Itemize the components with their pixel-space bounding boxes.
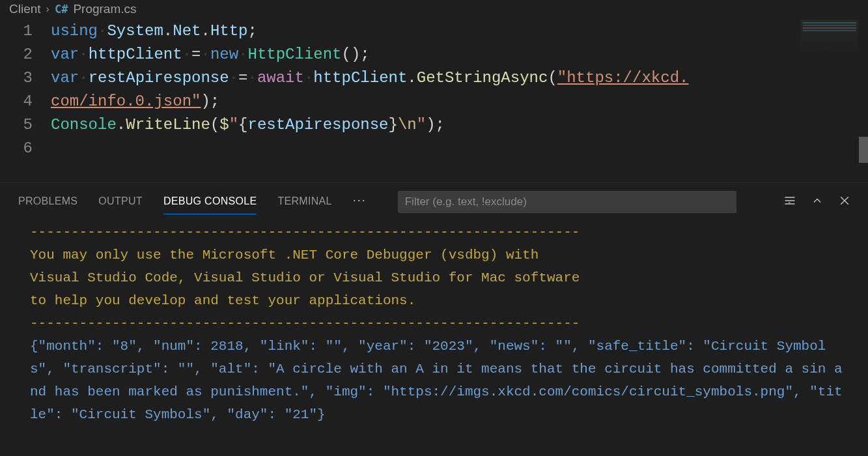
token-string: " xyxy=(417,116,426,134)
token-keyword: await xyxy=(257,69,304,87)
console-line: ----------------------------------------… xyxy=(30,225,580,240)
bottom-panel: PROBLEMS OUTPUT DEBUG CONSOLE TERMINAL ·… xyxy=(0,182,868,456)
line-number-gutter: 1 2 3 4 5 6 xyxy=(0,20,51,182)
line-number: 3 xyxy=(0,66,33,90)
token-escape: \n xyxy=(398,116,417,134)
editor-body[interactable]: 1 2 3 4 5 6 using·System.Net.Http; var·h… xyxy=(0,20,868,182)
token-variable: httpClient xyxy=(89,46,182,63)
panel-tabs: PROBLEMS OUTPUT DEBUG CONSOLE TERMINAL ·… xyxy=(0,183,868,216)
line-number: 5 xyxy=(0,113,33,137)
token-variable: restApiresponse xyxy=(89,69,229,87)
minimap[interactable] xyxy=(800,20,859,59)
token-string: "https://xkcd. xyxy=(557,69,689,87)
token-class: HttpClient xyxy=(248,46,342,63)
debug-console-output[interactable]: ----------------------------------------… xyxy=(0,216,868,456)
token-keyword: using xyxy=(51,22,98,40)
tab-output[interactable]: OUTPUT xyxy=(98,190,143,214)
token-method: GetStringAsync xyxy=(417,69,548,87)
token-variable: httpClient xyxy=(313,69,407,87)
console-line: ----------------------------------------… xyxy=(30,316,580,331)
token-namespace: System xyxy=(107,22,163,40)
close-icon[interactable] xyxy=(838,194,851,207)
scrollbar-thumb[interactable] xyxy=(859,137,868,163)
panel-actions xyxy=(783,194,859,210)
line-number: 6 xyxy=(0,137,33,160)
line-number: 1 xyxy=(0,20,33,43)
tab-problems[interactable]: PROBLEMS xyxy=(18,190,77,214)
code-area[interactable]: using·System.Net.Http; var·httpClient·=·… xyxy=(51,20,868,182)
token-keyword: var xyxy=(51,69,79,87)
chevron-right-icon: › xyxy=(46,3,49,15)
line-number: 2 xyxy=(0,43,33,66)
clear-console-icon[interactable] xyxy=(783,194,796,207)
console-line: to help you develop and test your applic… xyxy=(30,293,415,308)
tab-debug-console[interactable]: DEBUG CONSOLE xyxy=(163,190,257,214)
token-string: com/info.0.json" xyxy=(51,93,201,110)
more-tabs-icon[interactable]: ··· xyxy=(353,193,367,211)
token-string: " xyxy=(229,116,238,134)
console-line: You may only use the Microsoft .NET Core… xyxy=(30,248,539,263)
console-line: Visual Studio Code, Visual Studio or Vis… xyxy=(30,270,580,285)
tab-terminal[interactable]: TERMINAL xyxy=(277,190,331,214)
token-keyword: var xyxy=(51,46,79,63)
token-variable: restApiresponse xyxy=(247,116,388,134)
chevron-up-icon[interactable] xyxy=(811,194,824,207)
breadcrumb-folder[interactable]: Client xyxy=(9,2,41,16)
console-json-output: {"month": "8", "num": 2818, "link": "", … xyxy=(30,339,843,422)
token-namespace: Net xyxy=(173,22,201,40)
token-class: Console xyxy=(51,116,117,134)
line-number: 4 xyxy=(0,90,33,113)
token-keyword: new xyxy=(210,46,238,63)
breadcrumb[interactable]: Client › C# Program.cs xyxy=(0,0,868,20)
editor-pane: Client › C# Program.cs 1 2 3 4 5 6 using… xyxy=(0,0,868,182)
breadcrumb-file[interactable]: Program.cs xyxy=(73,2,136,16)
filter-input[interactable] xyxy=(398,191,736,213)
token-namespace: Http xyxy=(210,22,248,40)
token-method: WriteLine xyxy=(126,116,210,134)
csharp-file-icon: C# xyxy=(55,3,68,16)
